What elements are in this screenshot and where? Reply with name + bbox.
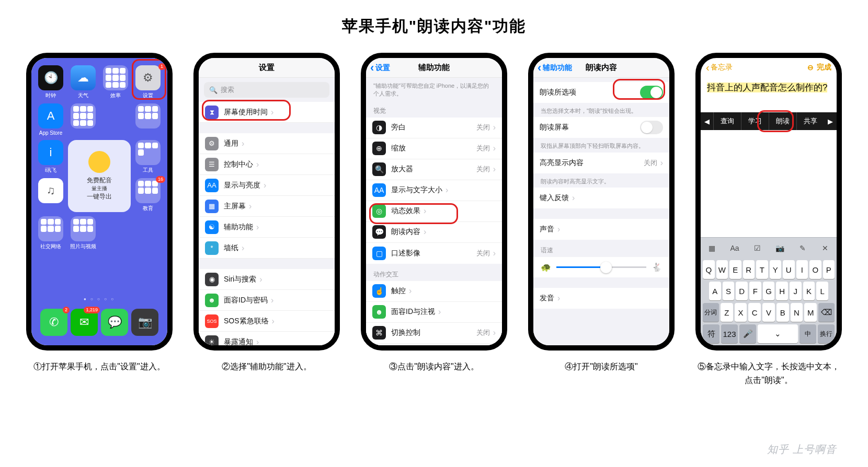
done-button[interactable]: 完成 xyxy=(817,63,831,72)
accessibility-row[interactable]: ☻面容ID与注视› xyxy=(366,302,502,323)
key-G[interactable]: G xyxy=(763,282,775,300)
key-S[interactable]: S xyxy=(723,282,735,300)
row-speak-screen[interactable]: 朗读屏幕 xyxy=(533,117,669,138)
key-Y[interactable]: Y xyxy=(770,260,782,279)
key-E[interactable]: E xyxy=(729,260,741,279)
menu-prev[interactable]: ◀ xyxy=(701,118,713,125)
app-weather[interactable]: ☁天气 xyxy=(68,65,98,99)
menu-lookup[interactable]: 查询 xyxy=(713,112,741,130)
key-space[interactable]: ⌄ xyxy=(758,324,798,343)
home-widget[interactable]: 免费配音 量主播 一键导出 xyxy=(68,140,131,212)
app-education-folder[interactable]: 16教育 xyxy=(133,178,163,212)
accessibility-row[interactable]: 🎤语音控制关闭› xyxy=(366,344,502,345)
row-speak-selection[interactable]: 朗读所选项 xyxy=(533,82,669,103)
key-symbol[interactable]: 符 xyxy=(703,324,719,343)
settings-row[interactable]: ⧗屏幕使用时间› xyxy=(199,102,335,123)
dock-messages[interactable]: 💬 xyxy=(101,309,128,336)
key-F[interactable]: F xyxy=(749,282,761,300)
key-A[interactable]: A xyxy=(709,282,721,300)
settings-row[interactable]: ☰控制中心› xyxy=(199,154,335,175)
settings-row[interactable]: ▦主屏幕› xyxy=(199,196,335,217)
settings-row[interactable]: ◉Siri与搜索› xyxy=(199,269,335,290)
app-social-folder[interactable]: 社交网络 xyxy=(36,216,66,250)
accessibility-row[interactable]: ⌘切换控制关闭› xyxy=(366,323,502,344)
key-V[interactable]: V xyxy=(762,303,775,322)
app-clock[interactable]: 🕙时钟 xyxy=(36,65,66,99)
kbd-camera-icon[interactable]: 📷 xyxy=(773,241,787,255)
row-pronoun[interactable]: 发音› xyxy=(533,288,669,309)
accessibility-row[interactable]: ▢口述影像关闭› xyxy=(366,243,502,264)
key-123[interactable]: 123 xyxy=(721,324,738,343)
settings-row[interactable]: ⚙通用› xyxy=(199,133,335,154)
settings-row[interactable]: ☯辅助功能› xyxy=(199,217,335,238)
key-I[interactable]: I xyxy=(796,260,808,279)
key-N[interactable]: N xyxy=(791,303,803,322)
app-efficiency-folder[interactable]: 效率 xyxy=(100,65,131,99)
app-ifly[interactable]: ii讯飞 xyxy=(36,140,66,174)
app-folder-3[interactable] xyxy=(133,103,163,136)
key-H[interactable]: H xyxy=(776,282,788,300)
key-X[interactable]: X xyxy=(735,303,747,322)
settings-row[interactable]: *墙纸› xyxy=(199,238,335,259)
key-J[interactable]: J xyxy=(790,282,802,300)
menu-next[interactable]: ▶ xyxy=(824,118,837,125)
key-return[interactable]: 换行 xyxy=(818,324,835,343)
more-icon[interactable]: ⊖ xyxy=(807,63,814,72)
kbd-check-icon[interactable]: ☑ xyxy=(750,241,764,255)
key-lang[interactable]: 中 xyxy=(800,324,816,343)
row-voice[interactable]: 声音› xyxy=(533,219,669,240)
back-button[interactable]: 备忘录 xyxy=(706,63,733,72)
accessibility-row[interactable]: AA显示与文字大小› xyxy=(366,180,502,201)
toggle-speak-screen[interactable] xyxy=(640,121,663,134)
key-W[interactable]: W xyxy=(716,260,728,279)
app-music[interactable]: ♫ xyxy=(36,178,66,212)
key-M[interactable]: M xyxy=(804,303,817,322)
settings-row[interactable]: AA显示与亮度› xyxy=(199,175,335,196)
menu-speak[interactable]: 朗读 xyxy=(769,112,796,130)
key-fenci[interactable]: 分词 xyxy=(703,303,719,322)
key-O[interactable]: O xyxy=(809,260,821,279)
key-mic[interactable]: 🎤 xyxy=(739,324,756,343)
accessibility-row[interactable]: 🔍放大器关闭› xyxy=(366,159,502,180)
key-P[interactable]: P xyxy=(823,260,835,279)
key-K[interactable]: K xyxy=(803,282,815,300)
toggle-speak-selection[interactable] xyxy=(640,86,663,99)
key-delete[interactable]: ⌫ xyxy=(818,303,835,322)
key-B[interactable]: B xyxy=(776,303,789,322)
key-R[interactable]: R xyxy=(743,260,755,279)
key-D[interactable]: D xyxy=(736,282,748,300)
menu-learn[interactable]: 学习 xyxy=(741,112,769,130)
search-input[interactable]: 🔍搜索 xyxy=(204,82,329,98)
rate-slider[interactable]: 🐢 🐇 xyxy=(533,257,669,277)
key-T[interactable]: T xyxy=(756,260,768,279)
dock-phone[interactable]: ✆2 xyxy=(40,309,67,336)
settings-row[interactable]: SOSSOS紧急联络› xyxy=(199,311,335,332)
key-C[interactable]: C xyxy=(748,303,761,322)
row-highlight[interactable]: 高亮显示内容关闭› xyxy=(533,153,669,173)
app-photovid-folder[interactable]: 照片与视频 xyxy=(68,216,98,250)
kbd-pen-icon[interactable]: ✎ xyxy=(795,241,810,255)
key-Z[interactable]: Z xyxy=(721,303,733,322)
accessibility-row[interactable]: ⊕缩放关闭› xyxy=(366,138,502,159)
kbd-close-icon[interactable]: ✕ xyxy=(818,241,832,255)
back-button[interactable]: 辅助功能 xyxy=(538,63,572,73)
page-dots[interactable]: ● ○ ○ ○ ○ xyxy=(36,295,163,303)
key-Q[interactable]: Q xyxy=(703,260,715,279)
app-tools-folder[interactable]: 工具 xyxy=(133,140,163,174)
settings-row[interactable]: ☻面容ID与密码› xyxy=(199,290,335,311)
back-button[interactable]: 设置 xyxy=(370,63,390,73)
note-body[interactable]: 抖音上的人声配音怎么制作的? xyxy=(701,77,837,99)
key-U[interactable]: U xyxy=(783,260,795,279)
dock-wechat[interactable]: ✉1,219 xyxy=(71,309,98,336)
row-typing-feedback[interactable]: 键入反馈› xyxy=(533,188,669,208)
app-settings[interactable]: ⚙1设置 xyxy=(133,65,163,99)
menu-share[interactable]: 共享 xyxy=(796,112,824,130)
accessibility-row[interactable]: 💬朗读内容› xyxy=(366,222,502,243)
app-appstore[interactable]: AApp Store xyxy=(36,103,66,136)
accessibility-row[interactable]: ☝触控› xyxy=(366,281,502,302)
dock-camera[interactable]: 📷 xyxy=(131,309,158,336)
kbd-format-icon[interactable]: Aa xyxy=(727,241,742,255)
accessibility-row[interactable]: ◑旁白关闭› xyxy=(366,118,502,138)
key-L[interactable]: L xyxy=(816,282,828,300)
kbd-table-icon[interactable]: ▦ xyxy=(705,241,719,255)
